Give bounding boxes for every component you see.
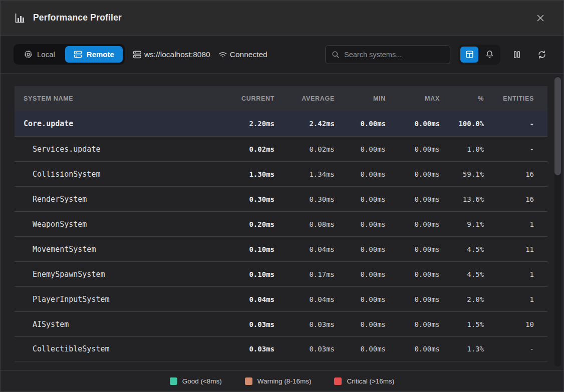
average-cell: 0.04ms <box>274 245 335 253</box>
entities-cell: - <box>484 145 534 153</box>
system-name-cell: RenderSystem <box>24 195 217 204</box>
search-icon <box>332 51 340 59</box>
legend-swatch-icon <box>170 377 177 385</box>
legend-swatch-icon <box>334 377 342 385</box>
bell-icon <box>485 50 494 59</box>
min-cell: 0.00ms <box>335 120 386 128</box>
column-header-percent[interactable]: % <box>440 95 484 102</box>
page-title: Performance Profiler <box>33 13 122 23</box>
entities-cell: 10 <box>484 320 534 328</box>
local-mode-button[interactable]: Local <box>16 46 64 63</box>
average-cell: 0.03ms <box>274 320 335 328</box>
table-row[interactable]: WeaponSystem 0.20ms 0.08ms 0.00ms 0.00ms… <box>15 211 547 236</box>
search-box <box>325 45 450 64</box>
min-cell: 0.00ms <box>335 220 386 228</box>
min-cell: 0.00ms <box>335 270 386 278</box>
column-header-entities[interactable]: ENTITIES <box>484 95 534 102</box>
remote-mode-button[interactable]: Remote <box>65 46 123 63</box>
scrollbar-thumb[interactable] <box>554 77 561 175</box>
max-cell: 0.00ms <box>386 170 440 178</box>
toolbar: Local Remote <box>1 36 563 74</box>
legend-item: Warning (8-16ms) <box>245 377 312 385</box>
min-cell: 0.00ms <box>335 245 386 253</box>
max-cell: 0.00ms <box>386 220 440 228</box>
legend-label: Good (<8ms) <box>182 377 222 385</box>
min-cell: 0.00ms <box>335 345 386 353</box>
min-cell: 0.00ms <box>335 170 386 178</box>
connection-status-text: Connected <box>230 50 267 59</box>
table-row[interactable]: Services.update 0.02ms 0.02ms 0.00ms 0.0… <box>15 136 547 161</box>
table-row[interactable]: CollectibleSystem 0.03ms 0.03ms 0.00ms 0… <box>15 336 547 361</box>
remote-mode-label: Remote <box>87 50 114 59</box>
current-cell: 2.20ms <box>217 120 274 128</box>
current-cell: 0.03ms <box>217 320 274 328</box>
current-cell: 0.04ms <box>217 295 274 303</box>
min-cell: 0.00ms <box>335 295 386 303</box>
column-header-current[interactable]: CURRENT <box>217 95 274 102</box>
table-header-row: SYSTEM NAME CURRENT AVERAGE MIN MAX % EN… <box>15 86 547 111</box>
entities-cell: 1 <box>484 295 534 303</box>
average-cell: 0.04ms <box>274 295 335 303</box>
average-cell: 1.34ms <box>274 170 335 178</box>
system-name-cell: CollisionSystem <box>24 170 217 179</box>
table-row[interactable]: Core.update 2.20ms 2.42ms 0.00ms 0.00ms … <box>15 111 547 136</box>
close-icon <box>536 14 545 23</box>
table-view-button[interactable] <box>460 47 478 63</box>
percent-cell: 1.3% <box>440 345 484 353</box>
min-cell: 0.00ms <box>335 320 386 328</box>
refresh-button[interactable] <box>533 46 550 63</box>
bar-chart-icon <box>14 12 26 24</box>
max-cell: 0.00ms <box>386 195 440 203</box>
connection-status: Connected <box>218 50 267 59</box>
percent-cell: 4.5% <box>440 245 484 253</box>
column-header-max[interactable]: MAX <box>386 95 440 102</box>
column-header-system-name[interactable]: SYSTEM NAME <box>24 95 217 102</box>
current-cell: 0.10ms <box>217 245 274 253</box>
main-content: SYSTEM NAME CURRENT AVERAGE MIN MAX % EN… <box>1 74 563 370</box>
percent-cell: 13.6% <box>440 195 484 203</box>
view-toggle-group <box>458 45 500 65</box>
close-button[interactable] <box>533 11 547 25</box>
current-cell: 0.03ms <box>217 345 274 353</box>
entities-cell: 1 <box>484 220 534 228</box>
average-cell: 0.17ms <box>274 270 335 278</box>
percent-cell: 1.0% <box>440 145 484 153</box>
table-row[interactable]: PlayerInputSystem 0.04ms 0.04ms 0.00ms 0… <box>15 286 547 311</box>
cpu-chip-icon <box>24 50 33 59</box>
column-header-average[interactable]: AVERAGE <box>274 95 335 102</box>
table-row[interactable]: EnemySpawnSystem 0.10ms 0.17ms 0.00ms 0.… <box>15 261 547 286</box>
average-cell: 0.02ms <box>274 145 335 153</box>
table-icon <box>465 50 474 59</box>
legend-item: Critical (>16ms) <box>334 377 394 385</box>
wifi-icon <box>218 50 227 59</box>
table-row[interactable]: CollisionSystem 1.30ms 1.34ms 0.00ms 0.0… <box>15 161 547 186</box>
local-mode-label: Local <box>37 50 55 59</box>
search-input[interactable] <box>344 51 444 59</box>
column-header-min[interactable]: MIN <box>335 95 386 102</box>
max-cell: 0.00ms <box>386 320 440 328</box>
table-row[interactable]: RenderSystem 0.30ms 0.30ms 0.00ms 0.00ms… <box>15 186 547 211</box>
percent-cell: 4.5% <box>440 270 484 278</box>
max-cell: 0.00ms <box>386 145 440 153</box>
min-cell: 0.00ms <box>335 195 386 203</box>
table-row[interactable]: AISystem 0.03ms 0.03ms 0.00ms 0.00ms 1.5… <box>15 311 547 336</box>
scrollbar-track[interactable] <box>554 76 561 366</box>
pause-icon <box>512 50 521 59</box>
legend-item: Good (<8ms) <box>170 377 222 385</box>
table-row[interactable]: MovementSystem 0.10ms 0.04ms 0.00ms 0.00… <box>15 236 547 261</box>
legend: Good (<8ms) Warning (8-16ms) Critical (>… <box>1 370 563 391</box>
ws-url-display: ws://localhost:8080 <box>133 50 210 59</box>
system-name-cell: AISystem <box>24 320 217 329</box>
max-cell: 0.00ms <box>386 345 440 353</box>
average-cell: 0.30ms <box>274 195 335 203</box>
min-cell: 0.00ms <box>335 145 386 153</box>
refresh-icon <box>537 50 546 59</box>
pause-button[interactable] <box>508 46 525 63</box>
percent-cell: 100.0% <box>440 120 484 128</box>
average-cell: 2.42ms <box>274 120 335 128</box>
system-name-cell: Core.update <box>24 119 217 128</box>
entities-cell: - <box>484 120 534 128</box>
alerts-button[interactable] <box>480 47 498 63</box>
percent-cell: 1.5% <box>440 320 484 328</box>
system-name-cell: WeaponSystem <box>24 220 217 229</box>
